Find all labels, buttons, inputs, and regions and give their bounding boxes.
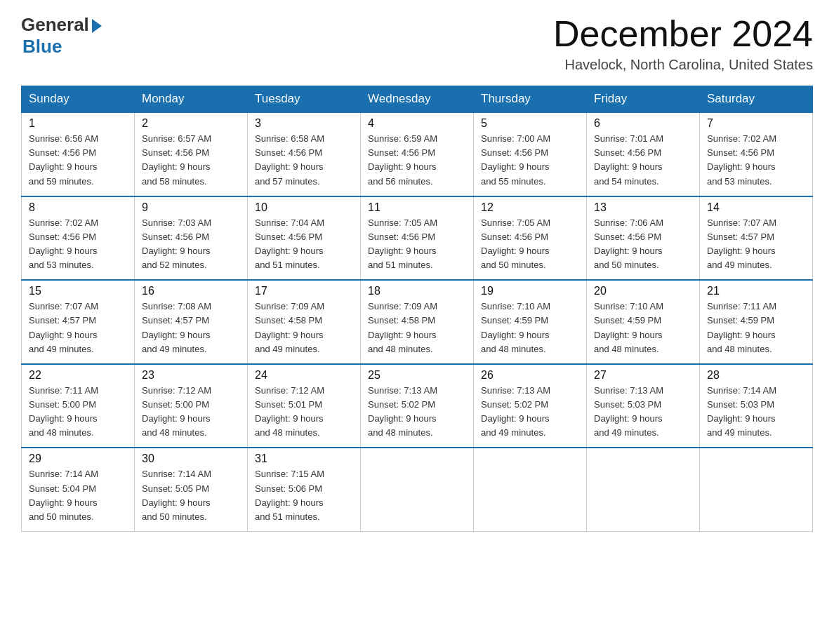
day-info: Sunrise: 7:15 AM Sunset: 5:06 PM Dayligh… bbox=[255, 467, 353, 524]
calendar-table: SundayMondayTuesdayWednesdayThursdayFrid… bbox=[21, 86, 813, 532]
day-info: Sunrise: 7:07 AM Sunset: 4:57 PM Dayligh… bbox=[707, 216, 805, 273]
day-number: 2 bbox=[142, 117, 240, 130]
day-number: 11 bbox=[368, 201, 466, 214]
day-info: Sunrise: 7:01 AM Sunset: 4:56 PM Dayligh… bbox=[594, 132, 692, 189]
logo: General Blue bbox=[21, 14, 102, 58]
day-number: 21 bbox=[707, 285, 805, 297]
day-info: Sunrise: 7:09 AM Sunset: 4:58 PM Dayligh… bbox=[255, 300, 353, 356]
calendar-day-cell: 18Sunrise: 7:09 AM Sunset: 4:58 PM Dayli… bbox=[361, 280, 474, 364]
calendar-day-cell: 16Sunrise: 7:08 AM Sunset: 4:57 PM Dayli… bbox=[135, 280, 248, 364]
day-info: Sunrise: 6:59 AM Sunset: 4:56 PM Dayligh… bbox=[368, 132, 466, 189]
calendar-day-cell: 20Sunrise: 7:10 AM Sunset: 4:59 PM Dayli… bbox=[587, 280, 700, 364]
calendar-day-cell: 13Sunrise: 7:06 AM Sunset: 4:56 PM Dayli… bbox=[587, 196, 700, 281]
day-number: 26 bbox=[481, 369, 579, 382]
day-of-week-header: Sunday bbox=[22, 86, 135, 113]
day-number: 13 bbox=[594, 201, 692, 214]
days-of-week-row: SundayMondayTuesdayWednesdayThursdayFrid… bbox=[22, 86, 813, 113]
calendar-day-cell: 22Sunrise: 7:11 AM Sunset: 5:00 PM Dayli… bbox=[22, 364, 135, 448]
day-number: 30 bbox=[142, 452, 240, 465]
day-info: Sunrise: 6:56 AM Sunset: 4:56 PM Dayligh… bbox=[29, 132, 127, 189]
day-of-week-header: Saturday bbox=[700, 86, 813, 113]
calendar-body: 1Sunrise: 6:56 AM Sunset: 4:56 PM Daylig… bbox=[22, 112, 813, 531]
calendar-week-row: 22Sunrise: 7:11 AM Sunset: 5:00 PM Dayli… bbox=[22, 364, 813, 448]
calendar-week-row: 15Sunrise: 7:07 AM Sunset: 4:57 PM Dayli… bbox=[22, 280, 813, 364]
calendar-day-cell: 5Sunrise: 7:00 AM Sunset: 4:56 PM Daylig… bbox=[474, 112, 587, 196]
day-info: Sunrise: 7:13 AM Sunset: 5:02 PM Dayligh… bbox=[368, 384, 466, 441]
day-number: 20 bbox=[594, 285, 692, 297]
day-number: 3 bbox=[255, 117, 353, 130]
day-info: Sunrise: 7:10 AM Sunset: 4:59 PM Dayligh… bbox=[594, 300, 692, 356]
calendar-day-cell: 9Sunrise: 7:03 AM Sunset: 4:56 PM Daylig… bbox=[135, 196, 248, 281]
calendar-day-cell: 17Sunrise: 7:09 AM Sunset: 4:58 PM Dayli… bbox=[248, 280, 361, 364]
day-info: Sunrise: 7:02 AM Sunset: 4:56 PM Dayligh… bbox=[29, 216, 127, 273]
day-number: 22 bbox=[29, 369, 127, 382]
calendar-day-cell: 7Sunrise: 7:02 AM Sunset: 4:56 PM Daylig… bbox=[700, 112, 813, 196]
day-info: Sunrise: 7:12 AM Sunset: 5:00 PM Dayligh… bbox=[142, 384, 240, 441]
calendar-day-cell: 19Sunrise: 7:10 AM Sunset: 4:59 PM Dayli… bbox=[474, 280, 587, 364]
calendar-day-cell bbox=[587, 448, 700, 531]
day-info: Sunrise: 6:57 AM Sunset: 4:56 PM Dayligh… bbox=[142, 132, 240, 189]
day-info: Sunrise: 7:11 AM Sunset: 5:00 PM Dayligh… bbox=[29, 384, 127, 441]
day-info: Sunrise: 7:03 AM Sunset: 4:56 PM Dayligh… bbox=[142, 216, 240, 273]
title-block: December 2024 Havelock, North Carolina, … bbox=[553, 14, 813, 73]
day-number: 15 bbox=[29, 285, 127, 297]
day-number: 5 bbox=[481, 117, 579, 130]
calendar-day-cell: 26Sunrise: 7:13 AM Sunset: 5:02 PM Dayli… bbox=[474, 364, 587, 448]
calendar-week-row: 29Sunrise: 7:14 AM Sunset: 5:04 PM Dayli… bbox=[22, 448, 813, 531]
logo-general-text: General bbox=[21, 14, 89, 36]
day-of-week-header: Tuesday bbox=[248, 86, 361, 113]
day-number: 24 bbox=[255, 369, 353, 382]
day-info: Sunrise: 7:05 AM Sunset: 4:56 PM Dayligh… bbox=[481, 216, 579, 273]
day-number: 6 bbox=[594, 117, 692, 130]
day-info: Sunrise: 7:02 AM Sunset: 4:56 PM Dayligh… bbox=[707, 132, 805, 189]
day-info: Sunrise: 7:10 AM Sunset: 4:59 PM Dayligh… bbox=[481, 300, 579, 356]
calendar-day-cell: 29Sunrise: 7:14 AM Sunset: 5:04 PM Dayli… bbox=[22, 448, 135, 531]
calendar-day-cell: 6Sunrise: 7:01 AM Sunset: 4:56 PM Daylig… bbox=[587, 112, 700, 196]
day-info: Sunrise: 7:06 AM Sunset: 4:56 PM Dayligh… bbox=[594, 216, 692, 273]
day-info: Sunrise: 7:14 AM Sunset: 5:05 PM Dayligh… bbox=[142, 467, 240, 524]
logo-triangle-icon bbox=[92, 19, 102, 33]
day-number: 10 bbox=[255, 201, 353, 214]
day-info: Sunrise: 7:05 AM Sunset: 4:56 PM Dayligh… bbox=[368, 216, 466, 273]
calendar-day-cell: 11Sunrise: 7:05 AM Sunset: 4:56 PM Dayli… bbox=[361, 196, 474, 281]
month-title: December 2024 bbox=[553, 14, 813, 54]
day-info: Sunrise: 7:00 AM Sunset: 4:56 PM Dayligh… bbox=[481, 132, 579, 189]
calendar-day-cell bbox=[700, 448, 813, 531]
calendar-day-cell: 31Sunrise: 7:15 AM Sunset: 5:06 PM Dayli… bbox=[248, 448, 361, 531]
day-number: 9 bbox=[142, 201, 240, 214]
calendar-day-cell: 21Sunrise: 7:11 AM Sunset: 4:59 PM Dayli… bbox=[700, 280, 813, 364]
location-title: Havelock, North Carolina, United States bbox=[553, 57, 813, 73]
calendar-day-cell: 14Sunrise: 7:07 AM Sunset: 4:57 PM Dayli… bbox=[700, 196, 813, 281]
day-info: Sunrise: 7:13 AM Sunset: 5:02 PM Dayligh… bbox=[481, 384, 579, 441]
day-number: 27 bbox=[594, 369, 692, 382]
page-header: General Blue December 2024 Havelock, Nor… bbox=[21, 14, 813, 73]
day-info: Sunrise: 7:13 AM Sunset: 5:03 PM Dayligh… bbox=[594, 384, 692, 441]
day-of-week-header: Thursday bbox=[474, 86, 587, 113]
day-number: 16 bbox=[142, 285, 240, 297]
day-info: Sunrise: 7:04 AM Sunset: 4:56 PM Dayligh… bbox=[255, 216, 353, 273]
calendar-day-cell: 12Sunrise: 7:05 AM Sunset: 4:56 PM Dayli… bbox=[474, 196, 587, 281]
day-number: 25 bbox=[368, 369, 466, 382]
calendar-day-cell: 1Sunrise: 6:56 AM Sunset: 4:56 PM Daylig… bbox=[22, 112, 135, 196]
calendar-day-cell bbox=[474, 448, 587, 531]
day-info: Sunrise: 7:08 AM Sunset: 4:57 PM Dayligh… bbox=[142, 300, 240, 356]
calendar-day-cell: 25Sunrise: 7:13 AM Sunset: 5:02 PM Dayli… bbox=[361, 364, 474, 448]
day-of-week-header: Wednesday bbox=[361, 86, 474, 113]
calendar-day-cell: 15Sunrise: 7:07 AM Sunset: 4:57 PM Dayli… bbox=[22, 280, 135, 364]
day-number: 28 bbox=[707, 369, 805, 382]
day-number: 7 bbox=[707, 117, 805, 130]
calendar-week-row: 1Sunrise: 6:56 AM Sunset: 4:56 PM Daylig… bbox=[22, 112, 813, 196]
calendar-day-cell: 3Sunrise: 6:58 AM Sunset: 4:56 PM Daylig… bbox=[248, 112, 361, 196]
calendar-header: SundayMondayTuesdayWednesdayThursdayFrid… bbox=[22, 86, 813, 113]
calendar-day-cell: 23Sunrise: 7:12 AM Sunset: 5:00 PM Dayli… bbox=[135, 364, 248, 448]
logo-blue-text: Blue bbox=[22, 36, 62, 58]
calendar-week-row: 8Sunrise: 7:02 AM Sunset: 4:56 PM Daylig… bbox=[22, 196, 813, 281]
day-info: Sunrise: 7:14 AM Sunset: 5:04 PM Dayligh… bbox=[29, 467, 127, 524]
day-number: 12 bbox=[481, 201, 579, 214]
day-number: 31 bbox=[255, 452, 353, 465]
day-info: Sunrise: 7:12 AM Sunset: 5:01 PM Dayligh… bbox=[255, 384, 353, 441]
day-info: Sunrise: 7:07 AM Sunset: 4:57 PM Dayligh… bbox=[29, 300, 127, 356]
day-number: 17 bbox=[255, 285, 353, 297]
day-number: 19 bbox=[481, 285, 579, 297]
calendar-day-cell: 10Sunrise: 7:04 AM Sunset: 4:56 PM Dayli… bbox=[248, 196, 361, 281]
